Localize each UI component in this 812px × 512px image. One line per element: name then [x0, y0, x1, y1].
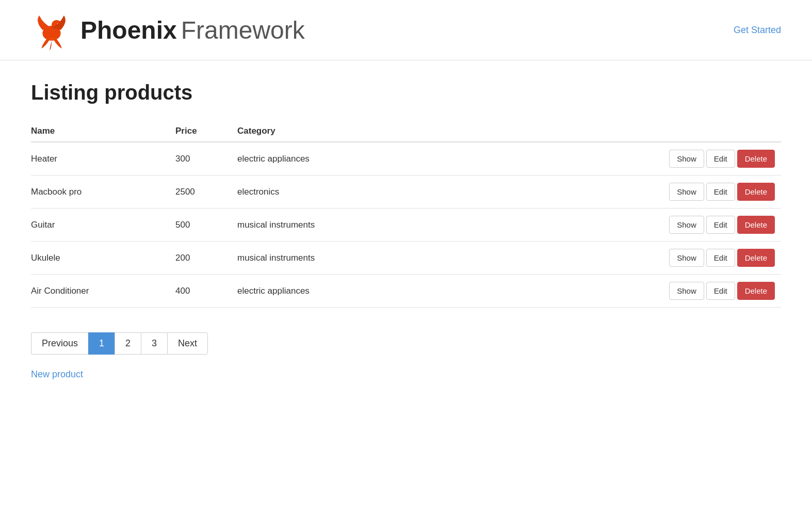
product-price: 300	[175, 142, 237, 175]
show-button[interactable]: Show	[669, 150, 704, 168]
col-header-price: Price	[175, 121, 237, 142]
product-actions: ShowEditDelete	[371, 209, 781, 242]
product-price: 500	[175, 209, 237, 242]
table-row: Macbook pro2500electronicsShowEditDelete	[31, 175, 781, 209]
delete-button[interactable]: Delete	[737, 216, 775, 234]
pagination-page-2[interactable]: 2	[115, 332, 141, 355]
product-category: musical instruments	[237, 242, 371, 275]
product-name: Heater	[31, 142, 175, 175]
col-header-category: Category	[237, 121, 371, 142]
edit-button[interactable]: Edit	[706, 249, 735, 267]
pagination-page-1[interactable]: 1	[88, 332, 115, 355]
product-category: electric appliances	[237, 275, 371, 308]
main-content: Listing products Name Price Category Hea…	[0, 60, 812, 401]
col-header-actions	[371, 121, 781, 142]
product-category: musical instruments	[237, 209, 371, 242]
edit-button[interactable]: Edit	[706, 183, 735, 201]
edit-button[interactable]: Edit	[706, 282, 735, 300]
product-price: 200	[175, 242, 237, 275]
col-header-name: Name	[31, 121, 175, 142]
pagination-next[interactable]: Next	[167, 332, 208, 355]
edit-button[interactable]: Edit	[706, 216, 735, 234]
product-name: Ukulele	[31, 242, 175, 275]
product-price: 400	[175, 275, 237, 308]
header-title-framework: Framework	[181, 16, 305, 44]
table-body: Heater300electric appliancesShowEditDele…	[31, 142, 781, 308]
get-started-link[interactable]: Get Started	[734, 25, 781, 36]
product-name: Guitar	[31, 209, 175, 242]
pagination-previous[interactable]: Previous	[31, 332, 88, 355]
edit-button[interactable]: Edit	[706, 150, 735, 168]
product-category: electronics	[237, 175, 371, 209]
product-actions: ShowEditDelete	[371, 275, 781, 308]
table-row: Air Conditioner400electric appliancesSho…	[31, 275, 781, 308]
show-button[interactable]: Show	[669, 282, 704, 300]
header-title-phoenix: Phoenix	[80, 16, 177, 44]
show-button[interactable]: Show	[669, 249, 704, 267]
product-actions: ShowEditDelete	[371, 175, 781, 209]
table-row: Heater300electric appliancesShowEditDele…	[31, 142, 781, 175]
product-category: electric appliances	[237, 142, 371, 175]
product-name: Air Conditioner	[31, 275, 175, 308]
table-row: Guitar500musical instrumentsShowEditDele…	[31, 209, 781, 242]
delete-button[interactable]: Delete	[737, 249, 775, 267]
new-product-link[interactable]: New product	[31, 369, 83, 379]
pagination-page-3[interactable]: 3	[141, 332, 167, 355]
products-table: Name Price Category Heater300electric ap…	[31, 121, 781, 308]
product-price: 2500	[175, 175, 237, 209]
product-name: Macbook pro	[31, 175, 175, 209]
table-row: Ukulele200musical instrumentsShowEditDel…	[31, 242, 781, 275]
phoenix-logo-icon	[31, 9, 72, 51]
site-header: Phoenix Framework Get Started	[0, 0, 812, 60]
product-actions: ShowEditDelete	[371, 242, 781, 275]
delete-button[interactable]: Delete	[737, 150, 775, 168]
header-title: Phoenix Framework	[80, 16, 305, 44]
header-left: Phoenix Framework	[31, 9, 305, 51]
delete-button[interactable]: Delete	[737, 183, 775, 201]
show-button[interactable]: Show	[669, 216, 704, 234]
product-actions: ShowEditDelete	[371, 142, 781, 175]
page-title: Listing products	[31, 81, 781, 104]
pagination: Previous 1 2 3 Next	[31, 332, 781, 355]
show-button[interactable]: Show	[669, 183, 704, 201]
table-header: Name Price Category	[31, 121, 781, 142]
delete-button[interactable]: Delete	[737, 282, 775, 300]
